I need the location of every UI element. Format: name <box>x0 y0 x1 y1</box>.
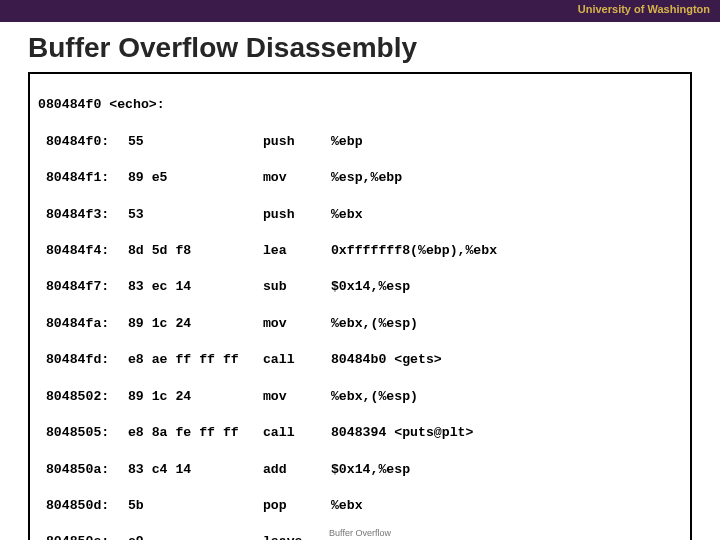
instr-row: 80484f3:53push%ebx <box>38 206 682 224</box>
func-header: 080484f0 <echo>: <box>38 96 682 114</box>
instr-row: 80484f0:55push%ebp <box>38 133 682 151</box>
instr-row: 8048502:89 1c 24mov%ebx,(%esp) <box>38 388 682 406</box>
instr-row: 80484f7:83 ec 14sub$0x14,%esp <box>38 278 682 296</box>
header-bar: University of Washington <box>0 0 720 22</box>
footer-label: Buffer Overflow <box>0 528 720 538</box>
instr-row: 804850d:5bpop%ebx <box>38 497 682 515</box>
disassembly-container: 080484f0 <echo>: 80484f0:55push%ebp 8048… <box>28 72 692 540</box>
addr: 80484f0: <box>46 133 128 151</box>
mnemonic: push <box>263 133 331 151</box>
instr-row: 80484fa:89 1c 24mov%ebx,(%esp) <box>38 315 682 333</box>
bytes: 55 <box>128 133 263 151</box>
instr-row: 80484f1:89 e5mov%esp,%ebp <box>38 169 682 187</box>
page-title: Buffer Overflow Disassembly <box>0 22 720 72</box>
institution-label: University of Washington <box>578 3 710 15</box>
instr-row: 8048505:e8 8a fe ff ffcall8048394 <puts@… <box>38 424 682 442</box>
instr-row: 804850a:83 c4 14add$0x14,%esp <box>38 461 682 479</box>
instr-row: 80484fd:e8 ae ff ff ffcall80484b0 <gets> <box>38 351 682 369</box>
disassembly-block-echo: 080484f0 <echo>: 80484f0:55push%ebp 8048… <box>28 72 692 540</box>
instr-row: 80484f4:8d 5d f8lea0xfffffff8(%ebp),%ebx <box>38 242 682 260</box>
operands: %ebp <box>331 133 363 151</box>
